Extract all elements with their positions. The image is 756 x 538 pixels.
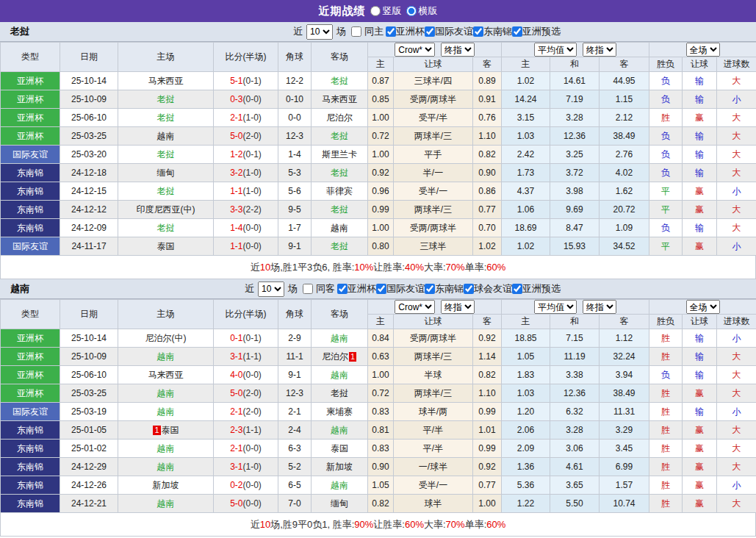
team-text: 越南 [157,462,175,472]
league-checkbox[interactable] [376,284,386,294]
away-team: 越南 [312,421,368,440]
final-odds-select-1[interactable]: 终指 [441,300,475,314]
result-goals: 大 [717,458,756,476]
away-odds: 1.01 [473,421,502,440]
bookmaker-select[interactable]: Crow* [395,43,435,57]
final-odds-select-2[interactable]: 终指 [583,43,616,57]
avg-home-odds: 1.20 [502,403,550,421]
handicap-line: 受两/两球半 [394,219,473,237]
final-odds-select-2[interactable]: 终指 [583,300,616,314]
home-odds: 0.85 [368,90,394,109]
avg-draw-odds: 12.36 [550,127,600,146]
league-filter[interactable]: 国际友谊 [425,25,473,38]
match-row: 东南锦 24-12-15 老挝 1-1(1-0) 5-6 菲律宾 0.96 受半… [1,182,756,201]
summary-segment: 让胜率: [373,261,405,274]
match-row: 东南锦 24-12-29 越南 3-1(1-0) 5-2 新加坡 0.90 一/… [1,458,756,476]
match-date: 25-01-05 [60,421,118,440]
league-filter[interactable]: 球会友谊 [464,282,512,295]
away-team: 老挝 [312,384,368,403]
fulltime-select[interactable]: 全场 [686,43,720,57]
league-filter[interactable]: 东南锦 [425,282,464,295]
league-checkbox[interactable] [473,26,483,37]
avg-draw-odds: 3.72 [550,164,600,182]
handicap-line: 受两/两球半 [394,329,473,348]
league-filter[interactable]: 亚洲预选 [512,282,561,295]
away-odds: 0.89 [473,72,502,90]
league-checkbox[interactable] [425,284,435,294]
layout-vertical-option[interactable]: 竖版 [370,4,402,18]
summary-segment: 单率: [465,261,487,274]
result-handicap: 输 [683,164,717,182]
team-text: 越南 [157,388,175,398]
corner-score: 2-9 [278,329,312,348]
handicap-line: 平手 [394,146,473,164]
competition-type-badge: 亚洲杯 [1,109,60,127]
competition-type-badge: 东南锦 [1,421,60,440]
score-cell: 1-1(1-0) [214,182,278,201]
result-handicap: 赢 [683,458,717,476]
match-rows: 亚洲杯 25-10-14 马来西亚 5-1(0-1) 12-2 老挝 0.87 … [1,72,756,256]
away-odds: 1.02 [473,237,502,256]
score-cell: 2-1(0-0) [214,440,278,458]
team-text: 马来西亚 [148,370,184,380]
home-team: 缅甸 [118,164,214,182]
horizontal-radio[interactable] [406,6,417,16]
league-filter[interactable]: 亚洲预选 [512,25,561,38]
fulltime-select[interactable]: 全场 [686,300,720,314]
match-row: 东南锦 24-12-21 越南 5-0(0-0) 7-0 缅甸 0.82 球半 … [1,495,756,513]
same-ground-checkbox[interactable] [303,284,313,294]
average-select[interactable]: 平均值 [534,300,577,314]
same-ground-checkbox[interactable] [351,26,361,37]
league-filter[interactable]: 国际友谊 [376,282,425,295]
home-odds: 0.72 [368,384,394,403]
league-filter[interactable]: 亚洲杯 [337,282,376,295]
away-odds: 0.90 [473,164,502,182]
league-checkbox[interactable] [464,284,474,294]
team-text: 老挝 [331,204,348,215]
score-cell: 5-0(2-0) [214,127,278,146]
home-team: 越南 [118,495,214,513]
away-odds: 0.86 [473,182,502,201]
home-team: 老挝 [118,182,214,201]
league-checkbox[interactable] [512,26,522,37]
fulltime-score: 5-0 [230,388,242,398]
final-odds-select-1[interactable]: 终指 [441,43,475,57]
avg-draw-odds: 3.06 [550,440,600,458]
home-team: 越南 [118,384,214,403]
bookmaker-select[interactable]: Crow* [395,300,435,314]
corner-score: 12-3 [278,127,312,146]
avg-draw-odds: 3.25 [550,146,600,164]
avg-home-odds: 2.42 [502,146,550,164]
home-odds: 0.63 [368,348,394,366]
home-odds: 1.05 [368,476,394,495]
result-handicap: 输 [683,219,717,237]
top-title-bar: 近期战绩 竖版 横版 [0,0,756,22]
halftime-score: (0-1) [243,149,262,159]
section-filter-bar: 老挝 近 10 场 同主 亚洲杯国际友谊东南锦亚洲预选 [0,22,756,42]
away-odds: 0.76 [473,109,502,127]
result-goals: 大 [717,127,756,146]
recent-count-select[interactable]: 10 [258,281,284,297]
home-team: 越南 [118,458,214,476]
col-date: 日期 [60,43,118,72]
result-handicap: 赢 [683,476,717,495]
average-select[interactable]: 平均值 [534,43,577,57]
result-wdl: 胜 [649,440,683,458]
league-filter[interactable]: 亚洲杯 [386,25,425,38]
fulltime-score: 2-1 [230,443,242,453]
avg-home-odds: 2.09 [502,440,550,458]
recent-count-select[interactable]: 10 [306,24,333,40]
competition-type-badge: 东南锦 [1,182,60,201]
competition-type-badge: 东南锦 [1,164,60,182]
league-checkbox[interactable] [425,26,435,37]
sections: 老挝 近 10 场 同主 亚洲杯国际友谊东南锦亚洲预选 类型 日 [0,22,756,537]
away-team: 老挝 [312,127,368,146]
league-checkbox[interactable] [512,284,522,294]
vertical-radio[interactable] [370,6,381,16]
result-wdl: 负 [649,90,683,109]
result-handicap: 输 [683,329,717,348]
league-checkbox[interactable] [337,284,348,294]
league-checkbox[interactable] [386,26,396,37]
layout-horizontal-option[interactable]: 横版 [406,4,438,18]
league-filter[interactable]: 东南锦 [473,25,512,38]
